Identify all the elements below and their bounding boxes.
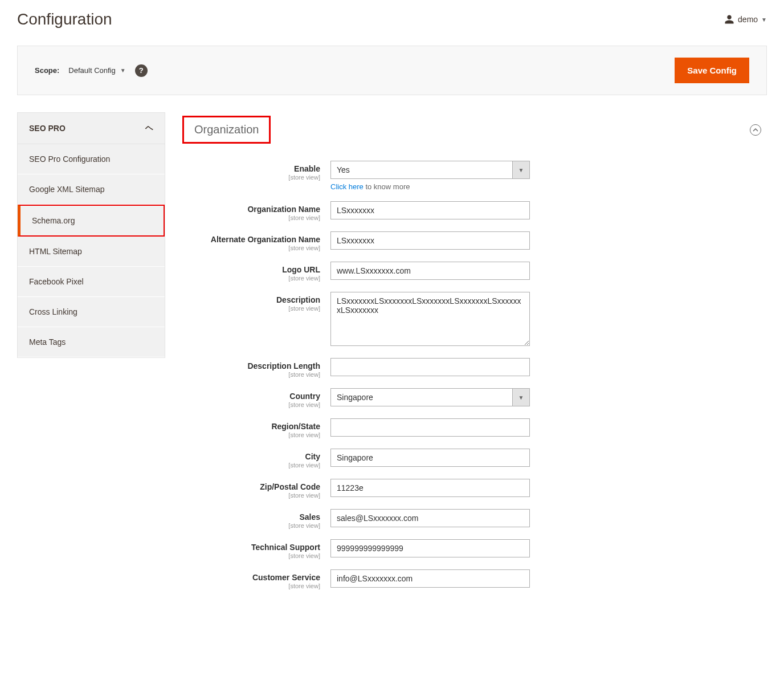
enable-select[interactable]: Yes ▼ (330, 161, 530, 179)
main-content: Organization Enable [store view] Yes ▼ C… (177, 112, 767, 600)
sales-label: Sales (299, 512, 320, 522)
enable-value: Yes (331, 161, 512, 178)
field-sales: Sales [store view] (177, 509, 653, 529)
scope-label: Scope: (35, 66, 59, 75)
field-country: Country [store view] Singapore ▼ (177, 388, 653, 408)
scope-select[interactable]: Default Config ▼ (68, 66, 125, 75)
collapse-icon[interactable] (750, 124, 761, 136)
section-header[interactable]: Organization (177, 112, 767, 147)
scope-text: [store view] (177, 492, 320, 499)
scope-text: [store view] (177, 401, 320, 408)
field-logo-url: Logo URL [store view] (177, 262, 653, 282)
field-desc-length: Description Length [store view] (177, 358, 653, 378)
country-select[interactable]: Singapore ▼ (330, 388, 530, 406)
scope-text: [store view] (177, 174, 320, 181)
save-config-button[interactable]: Save Config (675, 58, 749, 83)
field-description: Description [store view] LSxxxxxxxLSxxxx… (177, 292, 653, 348)
scope-text: [store view] (177, 522, 320, 529)
tech-input[interactable] (330, 539, 530, 557)
field-zip: Zip/Postal Code [store view] (177, 479, 653, 499)
field-org-name: Organization Name [store view] (177, 201, 653, 221)
logo-url-input[interactable] (330, 262, 530, 280)
scope-text: [store view] (177, 462, 320, 469)
field-tech: Technical Support [store view] (177, 539, 653, 559)
sidebar-item-meta-tags[interactable]: Meta Tags (18, 327, 165, 357)
field-region: Region/State [store view] (177, 418, 653, 438)
zip-label: Zip/Postal Code (260, 482, 320, 491)
alt-org-name-label: Alternate Organization Name (211, 235, 320, 244)
enable-label: Enable (294, 164, 320, 173)
sidebar-item-facebook-pixel[interactable]: Facebook Pixel (18, 267, 165, 297)
region-input[interactable] (330, 418, 530, 437)
sidebar-section-header[interactable]: SEO PRO ヘ (18, 113, 165, 144)
chevron-down-icon: ▼ (512, 161, 529, 178)
scope-text: [store view] (177, 245, 320, 251)
scope-value: Default Config (68, 66, 115, 75)
scope-text: [store view] (177, 371, 320, 378)
scope-text: [store view] (177, 552, 320, 559)
sidebar: SEO PRO ヘ SEO Pro Configuration Google X… (17, 112, 165, 358)
region-label: Region/State (271, 422, 320, 431)
cust-label: Customer Service (252, 573, 320, 582)
org-name-input[interactable] (330, 201, 530, 219)
city-input[interactable] (330, 449, 530, 467)
sidebar-section-title: SEO PRO (29, 124, 66, 133)
alt-org-name-input[interactable] (330, 231, 530, 250)
city-label: City (305, 452, 320, 461)
desc-length-label: Description Length (247, 361, 320, 370)
org-name-label: Organization Name (247, 205, 320, 214)
sidebar-item-schema-org[interactable]: Schema.org (18, 205, 165, 237)
scope-text: [store view] (177, 305, 320, 312)
sidebar-item-cross-linking[interactable]: Cross Linking (18, 297, 165, 327)
chevron-down-icon: ▼ (761, 17, 767, 23)
page-title: Configuration (17, 10, 112, 28)
scope-text: [store view] (177, 275, 320, 282)
toolbar: Scope: Default Config ▼ ? Save Config (17, 46, 767, 95)
user-menu[interactable]: demo ▼ (724, 14, 767, 25)
tech-label: Technical Support (251, 543, 320, 552)
field-city: City [store view] (177, 449, 653, 469)
scope-text: [store view] (177, 214, 320, 221)
sidebar-item-google-xml-sitemap[interactable]: Google XML Sitemap (18, 174, 165, 205)
description-label: Description (276, 295, 320, 304)
description-textarea[interactable]: LSxxxxxxxLSxxxxxxxLSxxxxxxxLSxxxxxxxLSxx… (330, 292, 530, 346)
scope-text: [store view] (177, 583, 320, 589)
desc-length-input[interactable] (330, 358, 530, 376)
country-label: Country (289, 392, 320, 401)
field-alt-org-name: Alternate Organization Name [store view] (177, 231, 653, 251)
cust-input[interactable] (330, 569, 530, 588)
scope-text: [store view] (177, 431, 320, 438)
help-icon[interactable]: ? (135, 64, 148, 77)
chevron-down-icon: ▼ (512, 389, 529, 406)
field-enable: Enable [store view] Yes ▼ Click here to … (177, 161, 653, 191)
sidebar-item-seo-pro-config[interactable]: SEO Pro Configuration (18, 144, 165, 174)
helper-link[interactable]: Click here (330, 182, 364, 191)
chevron-up-icon: ヘ (145, 123, 153, 133)
user-name: demo (738, 15, 758, 24)
zip-input[interactable] (330, 479, 530, 497)
enable-helper: Click here to know more (330, 182, 530, 191)
logo-url-label: Logo URL (282, 265, 320, 274)
country-value: Singapore (331, 389, 512, 406)
user-icon (724, 14, 734, 25)
helper-text-rest: to know more (364, 182, 410, 191)
sidebar-item-html-sitemap[interactable]: HTML Sitemap (18, 237, 165, 267)
chevron-down-icon: ▼ (120, 67, 126, 74)
field-customer-service: Customer Service [store view] (177, 569, 653, 589)
section-title: Organization (182, 116, 271, 144)
sales-input[interactable] (330, 509, 530, 527)
